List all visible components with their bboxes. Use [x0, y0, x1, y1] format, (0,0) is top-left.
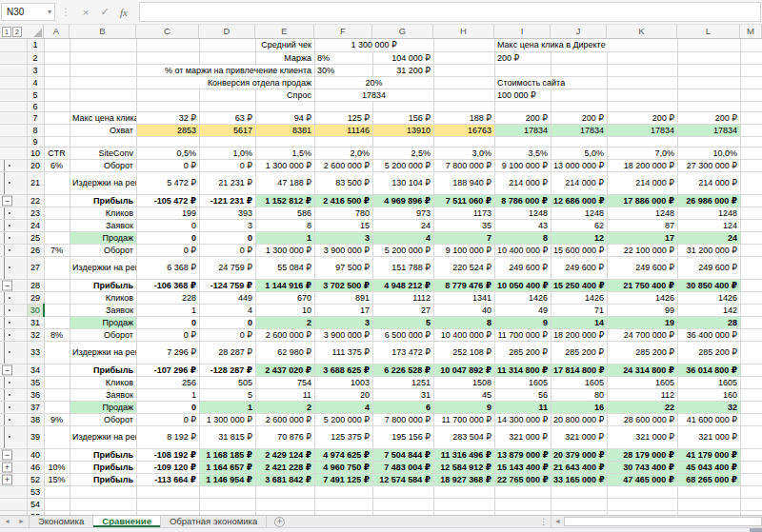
- cell-G46[interactable]: 7 483 004 ₽: [372, 461, 433, 473]
- outline-collapse-button[interactable]: −: [0, 364, 27, 376]
- cell-A30[interactable]: [44, 304, 70, 316]
- cell-E6[interactable]: [255, 101, 314, 111]
- cell-A4[interactable]: [44, 76, 70, 89]
- cell-G6[interactable]: [372, 101, 433, 111]
- cell-K2[interactable]: [607, 51, 677, 64]
- cell-F36[interactable]: 20: [314, 388, 372, 401]
- cell-C2[interactable]: [136, 51, 199, 64]
- row-header-30[interactable]: 30: [27, 304, 44, 316]
- cell-E46[interactable]: 2 421 228 ₽: [255, 461, 314, 473]
- cell-I36[interactable]: 56: [494, 388, 551, 401]
- cell-H10[interactable]: 3,0%: [433, 147, 494, 159]
- cell-A35[interactable]: [44, 376, 70, 388]
- cell-A20[interactable]: 6%: [44, 159, 70, 171]
- cell-H46[interactable]: 12 584 912 ₽: [433, 461, 494, 473]
- cell-F6[interactable]: [314, 101, 372, 111]
- cell-L33[interactable]: 285 200 ₽: [677, 341, 740, 364]
- cell-G34[interactable]: 6 226 528 ₽: [372, 364, 433, 376]
- cell-I22[interactable]: 8 786 000 ₽: [494, 194, 551, 207]
- cell-J20[interactable]: 13 000 000 ₽: [551, 159, 607, 171]
- cell-I20[interactable]: 9 100 000 ₽: [494, 159, 551, 171]
- cell-F54[interactable]: [314, 498, 372, 510]
- cell-I35[interactable]: 1605: [494, 376, 551, 388]
- cell-E28[interactable]: 1 144 916 ₽: [255, 279, 314, 291]
- splitter-dots-icon[interactable]: ⋮: [536, 516, 551, 527]
- cell-I25[interactable]: 8: [494, 231, 551, 244]
- cell-C54[interactable]: [136, 498, 199, 510]
- cell-B53[interactable]: [70, 485, 136, 498]
- row-header-32[interactable]: 32: [27, 328, 44, 341]
- cancel-icon[interactable]: ×: [76, 7, 95, 18]
- cell-B27[interactable]: Издержки на рекламу: [70, 256, 136, 279]
- cell-E32[interactable]: 2 600 000 ₽: [255, 328, 314, 341]
- cell-L29[interactable]: 1426: [677, 291, 740, 304]
- cell-H25[interactable]: 7: [433, 231, 494, 244]
- cell-J37[interactable]: 16: [551, 401, 607, 413]
- cell-C30[interactable]: 1: [136, 304, 199, 316]
- cell-I9[interactable]: [494, 136, 551, 147]
- cell-D30[interactable]: 4: [199, 304, 255, 316]
- cell-J46[interactable]: 21 643 400 ₽: [551, 461, 607, 473]
- cell-M30[interactable]: [740, 304, 762, 316]
- cell-D27[interactable]: 24 759 ₽: [199, 256, 255, 279]
- cell-D5[interactable]: [199, 89, 255, 101]
- cell-C1[interactable]: [136, 39, 199, 51]
- cell-C26[interactable]: 0 ₽: [136, 244, 199, 256]
- cell-L34[interactable]: 36 014 800 ₽: [677, 364, 740, 376]
- row-header-29[interactable]: 29: [27, 291, 44, 304]
- cell-M52[interactable]: [740, 473, 762, 485]
- tab-nav-right-icon[interactable]: ►: [14, 516, 29, 527]
- row-header-21[interactable]: 21: [27, 171, 44, 194]
- cell-C35[interactable]: 256: [136, 376, 199, 388]
- cell-M26[interactable]: [740, 244, 762, 256]
- cell-F2[interactable]: 8%: [314, 51, 372, 64]
- cell-F5[interactable]: 17834: [314, 89, 433, 101]
- cell-A22[interactable]: [44, 194, 70, 207]
- cell-G39[interactable]: 195 156 ₽: [372, 425, 433, 448]
- cell-J32[interactable]: 18 200 000 ₽: [551, 328, 607, 341]
- cell-M32[interactable]: [740, 328, 762, 341]
- cell-M39[interactable]: [740, 425, 762, 448]
- column-header-D[interactable]: D: [199, 25, 255, 38]
- cell-K23[interactable]: 1248: [607, 207, 677, 219]
- cell-F37[interactable]: 4: [314, 401, 372, 413]
- cell-D1[interactable]: [199, 39, 255, 51]
- cell-G3[interactable]: 31 200 ₽: [372, 64, 433, 76]
- cell-I46[interactable]: 15 143 400 ₽: [494, 461, 551, 473]
- cell-H37[interactable]: 9: [433, 401, 494, 413]
- cell-E37[interactable]: 2: [255, 401, 314, 413]
- cell-L9[interactable]: [677, 136, 740, 147]
- cell-B54[interactable]: [70, 498, 136, 510]
- cell-F32[interactable]: 3 900 000 ₽: [314, 328, 372, 341]
- cell-E2[interactable]: Маржа: [255, 51, 314, 64]
- cell-D39[interactable]: 31 815 ₽: [199, 425, 255, 448]
- cell-J35[interactable]: 1605: [551, 376, 607, 388]
- cell-J23[interactable]: 1248: [551, 207, 607, 219]
- column-header-A[interactable]: A: [44, 25, 70, 38]
- cell-I53[interactable]: [494, 485, 551, 498]
- cell-D9[interactable]: [199, 136, 255, 147]
- cell-F27[interactable]: 97 500 ₽: [314, 256, 372, 279]
- cell-I4[interactable]: Стоимость сайта: [494, 76, 607, 89]
- cell-D52[interactable]: 1 146 954 ₽: [199, 473, 255, 485]
- cell-E7[interactable]: 94 ₽: [255, 111, 314, 124]
- cell-C7[interactable]: 32 ₽: [136, 111, 199, 124]
- cell-J53[interactable]: [551, 485, 607, 498]
- cell-D38[interactable]: 1 300 000 ₽: [199, 413, 255, 425]
- cell-G21[interactable]: 130 104 ₽: [372, 171, 433, 194]
- cell-C8[interactable]: 2853: [136, 124, 199, 136]
- cell-J25[interactable]: 12: [551, 231, 607, 244]
- cell-C25[interactable]: 0: [136, 231, 199, 244]
- cell-H36[interactable]: 45: [433, 388, 494, 401]
- cell-H31[interactable]: 8: [433, 316, 494, 328]
- cell-E27[interactable]: 55 084 ₽: [255, 256, 314, 279]
- cell-H39[interactable]: 283 504 ₽: [433, 425, 494, 448]
- cell-B22[interactable]: Прибыль: [70, 194, 136, 207]
- cell-J34[interactable]: 17 814 800 ₽: [551, 364, 607, 376]
- cell-G29[interactable]: 1112: [372, 291, 433, 304]
- cell-D53[interactable]: [199, 485, 255, 498]
- cell-K20[interactable]: 18 200 000 ₽: [607, 159, 677, 171]
- cell-A2[interactable]: [44, 51, 70, 64]
- cell-I10[interactable]: 3,5%: [494, 147, 551, 159]
- collapse-group-icon[interactable]: −: [2, 449, 12, 460]
